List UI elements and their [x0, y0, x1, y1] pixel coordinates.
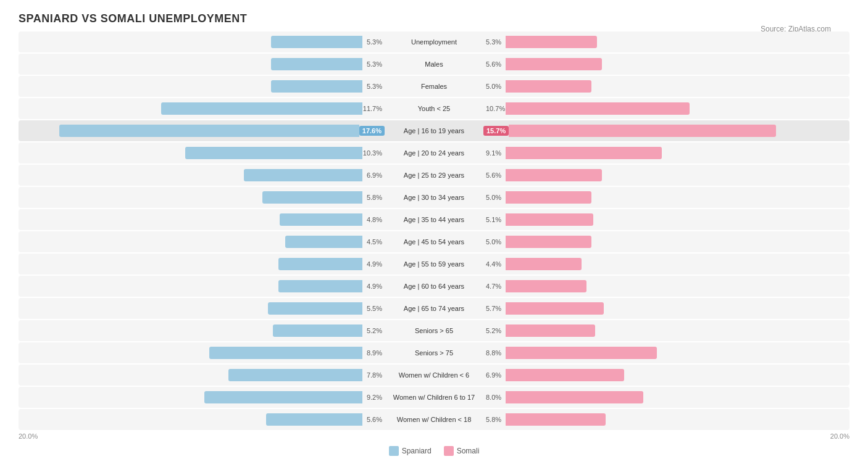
left-section: 5.5% — [19, 298, 385, 319]
right-value: 5.1% — [483, 216, 506, 223]
right-value: 10.7% — [483, 105, 506, 112]
left-section: 4.8% — [19, 209, 385, 230]
pink-bar — [506, 169, 602, 181]
row-inner: 4.9% Age | 60 to 64 years 4.7% — [19, 276, 849, 297]
right-section: 5.0% — [483, 187, 849, 208]
chart-row: 5.8% Age | 30 to 34 years 5.0% — [19, 187, 849, 208]
row-inner: 5.3% Males 5.6% — [19, 54, 849, 75]
blue-bar-wrap — [19, 36, 362, 48]
right-section: 6.9% — [483, 365, 849, 386]
right-section: 4.7% — [483, 276, 849, 297]
left-value: 17.6% — [359, 126, 385, 136]
pink-bar — [506, 258, 582, 270]
row-label: Unemployment — [385, 38, 483, 46]
blue-bar — [280, 213, 362, 226]
blue-bar — [244, 169, 362, 181]
blue-bar-wrap — [19, 280, 362, 292]
pink-bar-wrap — [506, 147, 849, 159]
right-value: 5.0% — [483, 194, 506, 201]
row-inner: 6.9% Age | 25 to 29 years 5.6% — [19, 165, 849, 186]
left-section: 4.5% — [19, 231, 385, 252]
right-value: 5.7% — [483, 305, 506, 312]
left-section: 5.3% — [19, 31, 385, 52]
row-label: Age | 35 to 44 years — [385, 216, 483, 223]
axis-labels: 20.0% 20.0% — [19, 432, 849, 440]
left-value: 5.8% — [362, 194, 385, 201]
blue-bar-wrap — [19, 125, 359, 137]
chart-container: 5.3% Unemployment 5.3% 5.3% Males 5.6% — [19, 31, 849, 430]
blue-bar — [204, 391, 362, 403]
left-value: 5.3% — [362, 38, 385, 46]
pink-bar-wrap — [506, 391, 849, 403]
blue-bar — [262, 191, 362, 204]
left-value: 5.2% — [362, 327, 385, 334]
left-value: 6.9% — [362, 172, 385, 179]
chart-row: 4.9% Age | 60 to 64 years 4.7% — [19, 276, 849, 297]
right-section: 15.7% — [483, 120, 849, 141]
pink-bar-wrap — [506, 324, 849, 337]
row-inner: 4.8% Age | 35 to 44 years 5.1% — [19, 209, 849, 230]
right-section: 5.2% — [483, 320, 849, 341]
chart-row: 4.8% Age | 35 to 44 years 5.1% — [19, 209, 849, 230]
row-label: Age | 20 to 24 years — [385, 149, 483, 157]
blue-bar — [278, 258, 362, 270]
pink-bar — [506, 369, 624, 381]
right-section: 5.8% — [483, 409, 849, 430]
right-value: 5.2% — [483, 327, 506, 334]
pink-bar-wrap — [506, 191, 849, 204]
left-section: 5.8% — [19, 187, 385, 208]
right-value: 8.0% — [483, 394, 506, 401]
row-inner: 4.5% Age | 45 to 54 years 5.0% — [19, 231, 849, 252]
legend-spaniard-box — [389, 446, 399, 456]
left-value: 8.9% — [362, 349, 385, 357]
right-value: 5.0% — [483, 238, 506, 246]
right-value: 5.3% — [483, 38, 506, 46]
right-value: 9.1% — [483, 149, 506, 157]
right-section: 8.8% — [483, 342, 849, 363]
pink-bar — [506, 302, 604, 315]
left-section: 5.6% — [19, 409, 385, 430]
blue-bar-wrap — [19, 391, 362, 403]
pink-bar — [506, 391, 643, 403]
pink-bar — [506, 58, 602, 70]
right-section: 5.7% — [483, 298, 849, 319]
blue-bar — [271, 36, 362, 48]
blue-bar-wrap — [19, 347, 362, 359]
row-inner: 7.8% Women w/ Children < 6 6.9% — [19, 365, 849, 386]
pink-bar — [506, 347, 657, 359]
left-value: 4.8% — [362, 216, 385, 223]
row-label: Age | 60 to 64 years — [385, 283, 483, 290]
blue-bar — [228, 369, 362, 381]
pink-bar-wrap — [506, 80, 849, 93]
chart-row: 5.3% Unemployment 5.3% — [19, 31, 849, 52]
pink-bar — [506, 280, 586, 292]
pink-bar — [506, 413, 606, 426]
right-section: 8.0% — [483, 387, 849, 408]
left-section: 4.9% — [19, 276, 385, 297]
blue-bar-wrap — [19, 236, 362, 248]
blue-bar — [285, 236, 362, 248]
pink-bar-wrap — [506, 58, 849, 70]
chart-title: SPANIARD VS SOMALI UNEMPLOYMENT — [19, 12, 849, 25]
left-value: 5.5% — [362, 305, 385, 312]
pink-bar-wrap — [506, 36, 849, 48]
pink-bar — [506, 147, 662, 159]
right-section: 9.1% — [483, 143, 849, 163]
row-inner: 5.5% Age | 65 to 74 years 5.7% — [19, 298, 849, 319]
row-inner: 5.2% Seniors > 65 5.2% — [19, 320, 849, 341]
row-label: Seniors > 65 — [385, 327, 483, 334]
right-section: 5.3% — [483, 31, 849, 52]
right-value: 5.8% — [483, 416, 506, 423]
left-value: 5.3% — [362, 60, 385, 68]
chart-row: 10.3% Age | 20 to 24 years 9.1% — [19, 143, 849, 163]
row-label: Women w/ Children 6 to 17 — [385, 394, 483, 401]
row-label: Age | 55 to 59 years — [385, 260, 483, 268]
row-label: Age | 16 to 19 years — [385, 127, 483, 134]
blue-bar-wrap — [19, 102, 362, 115]
pink-bar-wrap — [506, 369, 849, 381]
chart-row: 7.8% Women w/ Children < 6 6.9% — [19, 365, 849, 386]
pink-bar-wrap — [506, 413, 849, 426]
chart-row: 11.7% Youth < 25 10.7% — [19, 98, 849, 119]
left-section: 5.3% — [19, 76, 385, 97]
blue-bar-wrap — [19, 147, 362, 159]
